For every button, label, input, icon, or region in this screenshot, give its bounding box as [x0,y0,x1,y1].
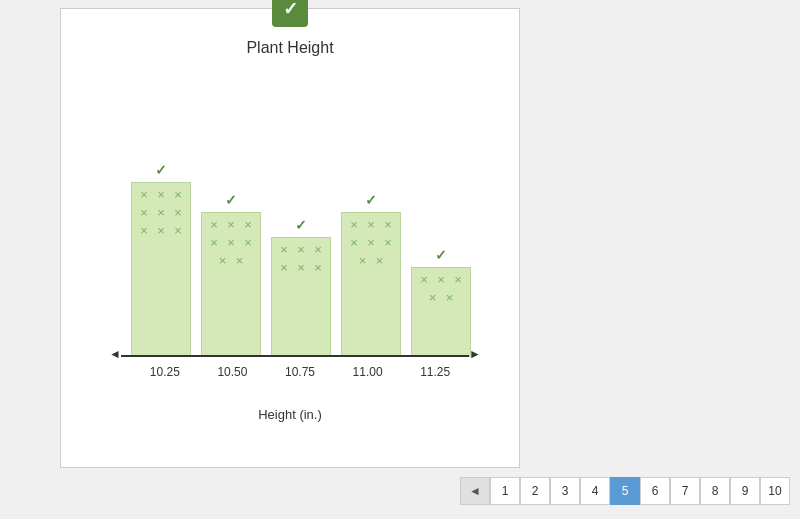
bar-x-mark: × [293,242,309,259]
bar-x-mark: × [442,290,458,307]
bar-x-mark: × [136,187,152,204]
bar-x-mark: × [206,217,222,234]
check-button[interactable]: ✓ [272,0,308,27]
bar-x-mark: × [170,223,186,240]
bar-x-mark: × [363,217,379,234]
bar-check-icon: ✓ [295,217,307,233]
bar-x-mark: × [206,235,222,252]
bar-x-mark: × [153,223,169,240]
bar-x-mark: × [232,253,248,270]
bar: ×××××××× [341,212,401,357]
bar-x-mark: × [136,223,152,240]
pagination-page-button[interactable]: 10 [760,477,790,505]
bar-check-icon: ✓ [225,192,237,208]
bar-x-mark: × [276,260,292,277]
bar-group: ✓××××××××× [131,162,191,357]
bar-x-mark: × [346,235,362,252]
chart-area: ✓×××××××××✓××××××××✓××××××✓××××××××✓××××… [101,67,479,397]
x-axis-label: 10.75 [270,365,330,379]
pagination-prev-button[interactable]: ◄ [460,477,490,505]
bar-x-mark: × [450,272,466,289]
bar-check-icon: ✓ [365,192,377,208]
x-axis-label: 10.50 [202,365,262,379]
bar-check-icon: ✓ [155,162,167,178]
bar: ××××××××× [131,182,191,357]
bar-x-mark: × [363,235,379,252]
x-axis-label: 11.25 [405,365,465,379]
bar-x-mark: × [170,205,186,222]
bar-x-mark: × [372,253,388,270]
pagination-page-button[interactable]: 8 [700,477,730,505]
main-container: ✓ Plant Height ✓×××××××××✓××××××××✓×××××… [0,0,800,519]
bar-x-mark: × [425,290,441,307]
pagination-page-button[interactable]: 9 [730,477,760,505]
bar-group: ✓×××××××× [201,192,261,357]
bar-x-mark: × [293,260,309,277]
bar-x-mark: × [170,187,186,204]
bar-x-mark: × [380,235,396,252]
bar-x-mark: × [416,272,432,289]
bar: ×××××××× [201,212,261,357]
chart-title: Plant Height [61,39,519,57]
check-icon: ✓ [283,0,298,20]
x-axis-label: 11.00 [338,365,398,379]
bar-x-mark: × [276,242,292,259]
bar-x-mark: × [153,205,169,222]
bar: ××××× [411,267,471,357]
pagination-page-button[interactable]: 4 [580,477,610,505]
bar-x-mark: × [153,187,169,204]
bar-x-mark: × [346,217,362,234]
pagination-page-button[interactable]: 3 [550,477,580,505]
bar-x-mark: × [433,272,449,289]
bar-x-mark: × [223,235,239,252]
bar-x-mark: × [310,260,326,277]
pagination-page-button[interactable]: 1 [490,477,520,505]
bar-x-mark: × [310,242,326,259]
x-axis-label: 10.25 [135,365,195,379]
bar-x-mark: × [223,217,239,234]
chart-card: ✓ Plant Height ✓×××××××××✓××××××××✓×××××… [60,8,520,468]
pagination-page-button[interactable]: 6 [640,477,670,505]
x-labels: 10.2510.5010.7511.0011.25 [131,365,469,379]
bars-container: ✓×××××××××✓××××××××✓××××××✓××××××××✓××××… [131,87,469,357]
bar-group: ✓××××× [411,247,471,357]
bar-x-mark: × [380,217,396,234]
pagination-page-button[interactable]: 2 [520,477,550,505]
bar-x-mark: × [136,205,152,222]
bar-x-mark: × [240,217,256,234]
bar-x-mark: × [215,253,231,270]
bar-group: ✓×××××××× [341,192,401,357]
pagination-page-button[interactable]: 7 [670,477,700,505]
bar: ×××××× [271,237,331,357]
pagination: ◄12345678910 [460,477,790,505]
bar-check-icon: ✓ [435,247,447,263]
bar-group: ✓×××××× [271,217,331,357]
pagination-page-button[interactable]: 5 [610,477,640,505]
x-axis-title: Height (in.) [61,407,519,422]
bar-x-mark: × [240,235,256,252]
bar-x-mark: × [355,253,371,270]
x-axis-line [121,355,469,357]
